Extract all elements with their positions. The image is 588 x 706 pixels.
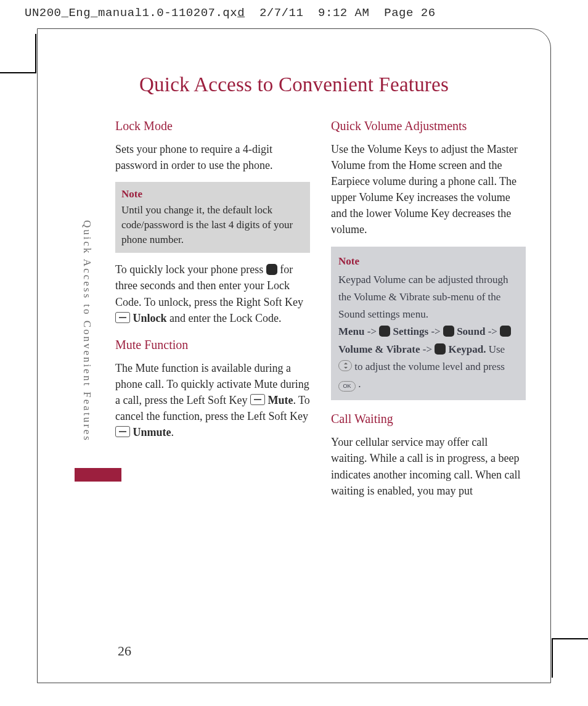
note-title: Note — [338, 253, 518, 270]
key-2-icon — [435, 343, 446, 355]
page-number: 26 — [118, 643, 131, 659]
side-tab-label: Quick Access to Convenient Features — [81, 220, 93, 442]
mute-label: Mute — [267, 394, 293, 406]
print-header: UN200_Eng_manual1.0-110207.qxd 2/7/11 9:… — [0, 0, 588, 22]
body-text: To quickly lock your phone press for thr… — [115, 261, 310, 326]
ok-key-icon: OK — [338, 381, 356, 392]
page-frame: Quick Access to Convenient Features Quic… — [37, 28, 551, 683]
note-box: Note Until you change it, the default lo… — [115, 182, 310, 253]
right-column: Quick Volume Adjustments Use the Volume … — [331, 107, 526, 507]
content-columns: Lock Mode Sets your phone to require a 4… — [38, 107, 550, 507]
key-2-icon — [500, 326, 511, 337]
body-text: Sets your phone to require a 4-digit pas… — [115, 141, 310, 173]
unmute-label: Unmute — [133, 426, 171, 438]
heading-call-waiting: Call Waiting — [331, 410, 526, 428]
note-box: Note Keypad Volume can be adjusted throu… — [331, 247, 526, 401]
header-date: 2/7/11 — [259, 6, 303, 20]
note-body: Until you change it, the default lock co… — [121, 203, 304, 247]
body-text: Use the Volume Keys to adjust the Master… — [331, 141, 526, 238]
keypad-key-icon — [266, 264, 277, 275]
heading-mute-function: Mute Function — [115, 336, 310, 354]
nav-key-icon — [338, 360, 352, 371]
soft-key-icon — [250, 394, 265, 405]
left-column: Lock Mode Sets your phone to require a 4… — [115, 107, 310, 507]
note-body: Keypad Volume can be adjusted through th… — [338, 271, 518, 324]
page-title: Quick Access to Convenient Features — [38, 29, 550, 107]
crop-mark — [552, 638, 588, 639]
header-file: UN200_Eng_manual1.0-110207.qx — [25, 6, 237, 20]
unlock-label: Unlock — [133, 312, 167, 324]
crop-mark — [0, 72, 36, 73]
header-page: Page 26 — [384, 6, 435, 20]
heading-quick-volume: Quick Volume Adjustments — [331, 117, 526, 135]
heading-lock-mode: Lock Mode — [115, 117, 310, 135]
menu-path: Menu -> Settings -> Sound -> Volume & Vi… — [338, 323, 518, 393]
body-text: Your cellular service may offer call wai… — [331, 434, 526, 498]
header-ext: d — [237, 6, 245, 20]
crop-mark — [35, 34, 36, 72]
key-1-icon — [443, 326, 454, 337]
side-tab-stripe — [75, 468, 121, 482]
key-9-icon — [379, 326, 390, 337]
crop-mark — [552, 639, 553, 678]
note-title: Note — [121, 187, 304, 202]
body-text: The Mute function is available during a … — [115, 360, 310, 440]
soft-key-icon — [115, 312, 130, 323]
header-time: 9:12 AM — [318, 6, 369, 20]
soft-key-icon — [115, 426, 130, 437]
